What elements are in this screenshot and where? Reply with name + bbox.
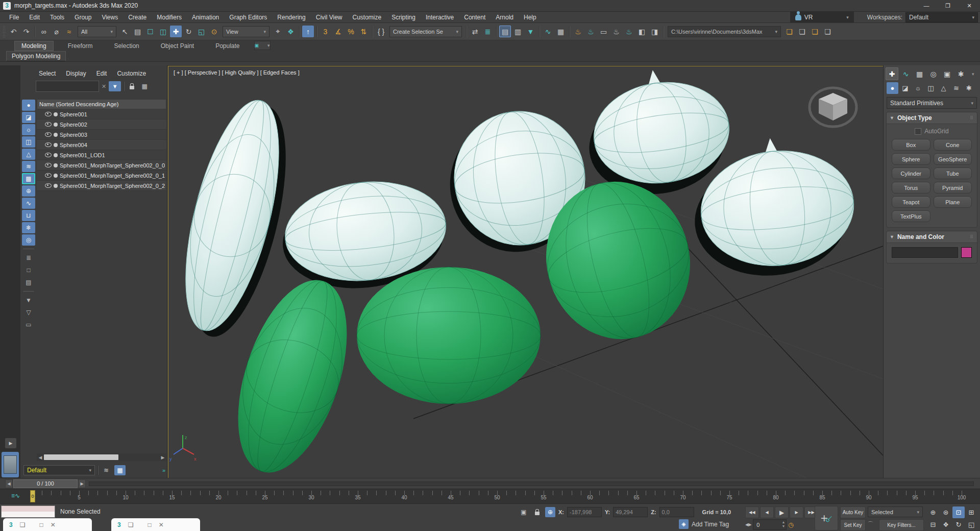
previous-frame-slider-button[interactable]: ◀ xyxy=(5,479,13,488)
view-cube[interactable] xyxy=(810,88,856,127)
explorer-layer-dropdown[interactable]: Default ▾ xyxy=(23,465,95,475)
explorer-settings-button[interactable]: ▦ xyxy=(139,81,150,91)
next-frame-button[interactable]: ▶ xyxy=(790,506,803,518)
select-object-button[interactable]: ↖ xyxy=(119,26,131,37)
zoom-extents-button[interactable]: ⊡ xyxy=(952,506,965,518)
clear-search-icon[interactable]: ✕ xyxy=(102,83,106,90)
category-space-warps[interactable]: ≋ xyxy=(950,82,962,94)
explorer-search-input[interactable] xyxy=(36,81,99,92)
object-type-dot-icon[interactable] xyxy=(54,153,58,157)
scene-object-row[interactable]: Sphere001 xyxy=(37,109,166,119)
toggle-set-key-mode-button[interactable]: + o– xyxy=(815,506,838,530)
detail-view-button[interactable]: ▤ xyxy=(22,277,35,288)
use-pivot-point-center-button[interactable]: ⌖ xyxy=(272,26,284,37)
plane-button[interactable]: Plane xyxy=(934,196,972,208)
object-type-dot-icon[interactable] xyxy=(54,174,58,178)
render-setup-button[interactable]: ♨ xyxy=(585,26,597,37)
next-frame-slider-button[interactable]: ▶ xyxy=(78,479,86,488)
green-sphere-pancake[interactable] xyxy=(357,267,541,404)
box-button[interactable]: Box xyxy=(892,139,930,151)
frame-step-icon[interactable]: ◀▶ xyxy=(745,522,751,527)
zoom-extents-all-button[interactable]: ⊞ xyxy=(965,506,977,518)
snaps-toggle-3d[interactable]: 3 xyxy=(320,26,331,37)
workspace-dropdown[interactable]: Default ▾ xyxy=(905,12,978,22)
display-frozen-toggle[interactable]: ❄ xyxy=(22,222,35,233)
ribbon-tab[interactable]: Modeling xyxy=(14,41,54,51)
menu-item[interactable]: Customize xyxy=(348,13,387,22)
visibility-eye-icon[interactable] xyxy=(45,122,52,127)
track-bar[interactable]: ≡∿ 0510152025303540455055606570758085909… xyxy=(0,489,980,504)
geosphere-button[interactable]: GeoSphere xyxy=(934,153,972,165)
render-in-cloud-button[interactable]: ◧ xyxy=(636,26,648,37)
menu-item[interactable]: Animation xyxy=(187,13,224,22)
search-filter-button[interactable]: ▼ xyxy=(109,81,121,91)
display-lights-toggle[interactable]: ☼ xyxy=(22,124,35,135)
x-coordinate-field[interactable]: -187,998 xyxy=(567,507,602,517)
tab-hierarchy[interactable]: ▦ xyxy=(913,67,926,80)
curve-editor-button[interactable]: ∿ xyxy=(542,26,554,37)
list-view-button[interactable]: ≣ xyxy=(22,252,35,263)
menu-item[interactable]: Arnold xyxy=(491,13,519,22)
add-time-tag-label[interactable]: Add Time Tag xyxy=(692,521,729,528)
display-bones-toggle[interactable]: ∿ xyxy=(22,198,35,209)
display-cameras-toggle[interactable]: ◫ xyxy=(22,136,35,148)
display-xrefs-toggle[interactable]: ⊕ xyxy=(22,185,35,197)
category-shapes[interactable]: ◪ xyxy=(899,82,911,94)
display-space-warps-toggle[interactable]: ≋ xyxy=(22,161,35,172)
tab-modify[interactable]: ∿ xyxy=(899,67,912,80)
perspective-viewport[interactable]: [ + ] [ Perspective ] [ High Quality ] [… xyxy=(168,66,884,478)
category-geometry[interactable]: ● xyxy=(887,82,898,94)
key-filters-button[interactable]: Key Filters... xyxy=(879,519,924,531)
rectangular-selection-region-button[interactable]: ☐ xyxy=(144,26,156,37)
sphere-button[interactable]: Sphere xyxy=(892,153,930,165)
select-and-place-button[interactable]: ⊙ xyxy=(208,26,220,37)
scene-object-row[interactable]: Sphere001_MorphTarget_Sphere002_0_1 xyxy=(37,171,166,181)
blank-view-button[interactable]: □ xyxy=(22,264,35,276)
toggle-scene-explorer-button[interactable]: ▤ xyxy=(499,26,511,37)
zoom-button[interactable]: ⊕ xyxy=(927,506,939,518)
align-button[interactable]: ≣ xyxy=(482,26,494,37)
menu-item[interactable]: Scripting xyxy=(386,13,421,22)
select-and-scale-button[interactable]: ◱ xyxy=(195,26,207,37)
render-production-button[interactable]: ♨ xyxy=(610,26,622,37)
time-tag-icon[interactable]: ◈ xyxy=(679,519,689,529)
window-crossing-toggle[interactable]: ◫ xyxy=(157,26,169,37)
minimize-button[interactable]: — xyxy=(916,0,937,11)
play-button[interactable]: ▶ xyxy=(775,506,789,518)
current-frame-field[interactable]: 0 ▲▼ xyxy=(753,519,787,530)
object-subcategory-dropdown[interactable]: Standard Primitives ▾ xyxy=(887,97,977,109)
object-type-dot-icon[interactable] xyxy=(54,133,58,137)
cylinder-button[interactable]: Cylinder xyxy=(892,167,930,179)
spinner-snap-toggle[interactable]: ⇅ xyxy=(358,26,370,37)
lock-explorer-button[interactable] xyxy=(127,81,137,91)
tube-button[interactable]: Tube xyxy=(934,167,972,179)
visibility-eye-icon[interactable] xyxy=(45,112,52,116)
object-type-dot-icon[interactable] xyxy=(54,123,58,127)
menu-item[interactable]: Civil View xyxy=(311,13,348,22)
rollout-grip-icon[interactable]: ⠿ xyxy=(970,115,974,120)
current-frame-marker[interactable]: 0 xyxy=(30,490,35,502)
dock-expand-button[interactable]: ▶ xyxy=(5,438,16,448)
menu-item[interactable]: Graph Editors xyxy=(224,13,272,22)
category-lights[interactable]: ☼ xyxy=(912,82,924,94)
pyramid-button[interactable]: Pyramid xyxy=(934,182,972,194)
scene-object-row[interactable]: Sphere001_MorphTarget_Sphere002_0_2 xyxy=(37,181,166,191)
unlink-selection-button[interactable]: ⌀ xyxy=(51,26,62,37)
menu-item[interactable]: Views xyxy=(96,13,123,22)
filter-combinations-button[interactable]: ▼ xyxy=(22,295,35,306)
menu-item[interactable]: Help xyxy=(519,13,542,22)
maximize-viewport-toggle[interactable]: ◱ xyxy=(965,519,977,530)
frame-spinner[interactable]: ▲▼ xyxy=(781,520,785,528)
visibility-eye-icon[interactable] xyxy=(45,183,52,188)
toolbar-grip[interactable] xyxy=(3,26,6,38)
object-type-dot-icon[interactable] xyxy=(54,112,58,116)
explorer-menu[interactable]: Display xyxy=(62,69,90,78)
visibility-eye-icon[interactable] xyxy=(45,142,52,147)
menu-item[interactable]: Tools xyxy=(45,13,69,22)
tab-motion[interactable]: ◎ xyxy=(927,67,940,80)
layout-window-tool-3[interactable]: ❏ xyxy=(809,26,821,37)
layout-window-tool-2[interactable]: ❏ xyxy=(796,26,808,37)
select-and-manipulate-button[interactable]: ❖ xyxy=(285,26,297,37)
menu-item[interactable]: Edit xyxy=(24,13,45,22)
scene-object-row[interactable]: Sphere001_LOD1 xyxy=(37,150,166,160)
